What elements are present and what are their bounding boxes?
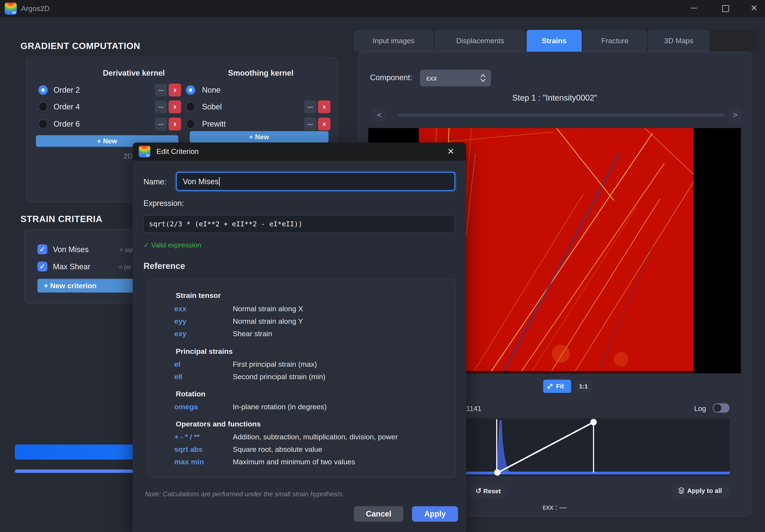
- select-updown-icon: [480, 73, 486, 83]
- option-order-4-label[interactable]: Order 4: [54, 101, 80, 113]
- expression-input[interactable]: sqrt(2/3 * (eI**2 + eII**2 - eI*eII)): [143, 215, 455, 233]
- new-smoothing-kernel-button[interactable]: + New: [190, 131, 329, 143]
- new-criterion-button[interactable]: + New criterion: [37, 279, 142, 293]
- radio-prewitt[interactable]: [186, 119, 195, 129]
- ref-term: exx: [174, 305, 187, 313]
- progress-bar: [15, 469, 139, 473]
- delete-kernel-button[interactable]: x: [169, 84, 181, 97]
- edit-kernel-button[interactable]: ...: [304, 118, 316, 131]
- option-sobel-label[interactable]: Sobel: [202, 101, 222, 113]
- fit-button[interactable]: Fit: [543, 380, 571, 393]
- edit-kernel-button[interactable]: ...: [155, 84, 167, 97]
- minimize-button[interactable]: ─: [683, 3, 705, 13]
- window-title: Argos2D: [21, 4, 50, 13]
- ref-desc: Second principal strain (min): [233, 373, 326, 381]
- radio-sobel[interactable]: [186, 102, 195, 112]
- delete-kernel-button[interactable]: x: [169, 101, 181, 113]
- radio-order-4[interactable]: [38, 102, 48, 112]
- reset-icon: ↺: [475, 487, 482, 495]
- ref-term: eI: [174, 360, 180, 369]
- name-input[interactable]: Von Mises: [176, 172, 455, 191]
- radio-none[interactable]: [186, 85, 195, 95]
- fit-label: Fit: [556, 383, 564, 390]
- von-mises-label: Von Mises: [53, 243, 89, 256]
- one-to-one-button[interactable]: 1:1: [575, 380, 592, 393]
- reference-panel: Strain tensor exx Normal strain along X …: [148, 279, 456, 478]
- histogram-high-handle[interactable]: [590, 419, 597, 425]
- option-none-label[interactable]: None: [202, 84, 221, 97]
- step-title: Step 1 : "Intensity0002": [359, 93, 751, 103]
- ref-term: sqrt abs: [174, 445, 203, 453]
- ref-term: eII: [174, 373, 183, 381]
- edit-kernel-button[interactable]: ...: [304, 101, 316, 113]
- prev-step-button[interactable]: <: [373, 109, 386, 122]
- step-slider[interactable]: [398, 114, 725, 117]
- maximize-button[interactable]: [722, 5, 729, 12]
- option-prewitt-label[interactable]: Prewitt: [202, 118, 226, 131]
- close-button[interactable]: ✕: [743, 3, 765, 13]
- section-title: Principal strains: [176, 347, 233, 356]
- reset-button[interactable]: ↺Reset: [469, 484, 507, 498]
- tab-input-images[interactable]: Input images: [354, 30, 434, 52]
- histogram-plot: [443, 418, 730, 476]
- reset-label: Reset: [483, 487, 501, 495]
- modal-close-button[interactable]: ✕: [447, 146, 454, 156]
- delete-kernel-button[interactable]: x: [169, 118, 181, 131]
- text-cursor: [219, 177, 220, 186]
- apply-to-all-label: Apply to all: [687, 487, 722, 494]
- modal-app-icon: 2D: [139, 146, 150, 157]
- reference-heading: Reference: [144, 261, 185, 271]
- edit-kernel-button[interactable]: ...: [155, 118, 167, 131]
- ref-term: eyy: [174, 317, 187, 326]
- log-label: Log: [694, 404, 706, 413]
- max-shear-checkbox[interactable]: ✓: [37, 262, 47, 271]
- derivative-kernel-title: Derivative kernel: [65, 69, 203, 78]
- tab-displacements[interactable]: Displacements: [434, 30, 526, 52]
- edit-kernel-button[interactable]: ...: [155, 101, 167, 113]
- section-title: Strain tensor: [176, 291, 221, 300]
- radio-dot: [189, 88, 192, 92]
- histogram-low-handle[interactable]: [494, 469, 500, 476]
- delete-kernel-button[interactable]: x: [318, 101, 331, 113]
- modal-app-badge: 2D: [146, 154, 150, 157]
- section-title: Operators and functions: [176, 420, 261, 428]
- component-label: Component:: [370, 73, 412, 82]
- app-logo-icon: 2D: [5, 3, 17, 15]
- run-computation-button[interactable]: [15, 444, 139, 459]
- partial-2d-label: 2D: [124, 152, 133, 160]
- log-toggle-knob: [714, 404, 721, 412]
- radio-order-2[interactable]: [38, 85, 48, 95]
- tab-strains[interactable]: Strains: [527, 30, 582, 52]
- tab-3d-maps[interactable]: 3D Maps: [648, 30, 709, 52]
- smoothing-kernel-title: Smoothing kernel: [190, 69, 332, 78]
- fit-arrows-icon: [547, 383, 553, 390]
- next-step-button[interactable]: >: [729, 109, 742, 122]
- apply-to-all-button[interactable]: Apply to all: [674, 484, 729, 498]
- edit-criterion-modal: 2D Edit Criterion ✕ Name: Von Mises Expr…: [133, 142, 466, 532]
- tab-fracture[interactable]: Fracture: [582, 30, 647, 52]
- ref-desc: First principal strain (max): [233, 360, 317, 369]
- component-select-value: εxx: [426, 74, 437, 82]
- von-mises-checkbox[interactable]: ✓: [37, 244, 47, 254]
- cancel-button[interactable]: Cancel: [354, 506, 403, 522]
- log-toggle[interactable]: [713, 403, 729, 413]
- ref-desc: Addition, subtraction, multiplication, d…: [233, 433, 398, 441]
- valid-check-icon: ✓: [144, 241, 149, 249]
- modal-note: Note: Calculations are performed under t…: [145, 490, 344, 498]
- ref-desc: Normal strain along X: [233, 305, 303, 313]
- component-select[interactable]: εxx: [420, 70, 491, 87]
- option-order-2-label[interactable]: Order 2: [54, 84, 80, 97]
- radio-order-6[interactable]: [38, 119, 48, 129]
- argos2d-window: 2D Argos2D ─ ✕ GRADIENT COMPUTATION Deri…: [0, 0, 765, 532]
- ref-desc: Normal strain along Y: [233, 317, 303, 326]
- option-order-6-label[interactable]: Order 6: [54, 118, 80, 131]
- modal-title: Edit Criterion: [156, 147, 199, 155]
- expression-label: Expression:: [144, 199, 184, 208]
- ref-term: + - * / **: [174, 433, 200, 441]
- delete-kernel-button[interactable]: x: [318, 118, 331, 131]
- apply-button[interactable]: Apply: [412, 506, 458, 522]
- ref-desc: Maximum and minimum of two values: [233, 458, 355, 466]
- ref-desc: In-plane rotation (in degrees): [233, 402, 327, 411]
- titlebar: 2D Argos2D ─ ✕: [0, 0, 765, 17]
- name-label: Name:: [144, 177, 166, 186]
